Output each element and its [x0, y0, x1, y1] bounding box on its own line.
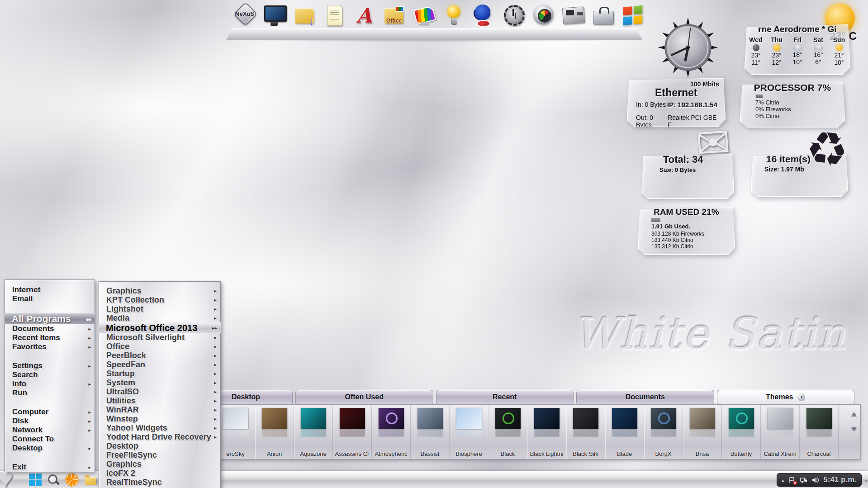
- menu-item-desktop[interactable]: Desktop▸: [5, 444, 95, 453]
- theme-item-biosphere[interactable]: Biosphere: [450, 405, 489, 459]
- theme-item-black[interactable]: Black: [489, 405, 527, 459]
- menu-item-email[interactable]: Email: [5, 294, 95, 303]
- menu-item-realtimesync[interactable]: RealTimeSync: [99, 478, 220, 487]
- theme-item-assassins-cr[interactable]: Assassins Cr: [333, 405, 372, 459]
- taskbar-edge-arrow-icon[interactable]: ◂: [864, 477, 867, 483]
- theme-item-bassist[interactable]: Bassist: [411, 405, 450, 459]
- menu-item-kpt-collection[interactable]: KPT Collection▸: [99, 295, 220, 304]
- menu-item-peerblock[interactable]: PeerBlock▸: [99, 351, 220, 360]
- wallpaper-title: White Satin: [561, 308, 859, 359]
- theme-thumbnail: [340, 408, 365, 429]
- theme-item-anion[interactable]: Anion: [255, 405, 294, 459]
- theme-item-black-lightni[interactable]: Black Lightni: [527, 405, 566, 459]
- menu-item-winrar[interactable]: WinRAR▸: [99, 405, 220, 414]
- menu-item-yahoo-widgets[interactable]: Yahoo! Widgets▸: [99, 423, 220, 432]
- color-swatches-icon[interactable]: [411, 3, 437, 28]
- theme-item-blade[interactable]: Blade: [605, 405, 644, 459]
- windows-taskbar-icon[interactable]: [29, 474, 42, 486]
- weather-widget[interactable]: 23° C rne Aerodrome * Gi Wed23°11°Thu23°…: [743, 3, 859, 71]
- clock-time[interactable]: 5:41 p.m.: [823, 475, 857, 484]
- speaker-icon[interactable]: [811, 476, 819, 484]
- menu-item-settings[interactable]: Settings▸: [5, 361, 95, 370]
- citrio-browser-icon[interactable]: [65, 473, 79, 487]
- sonic-icon[interactable]: [470, 3, 497, 28]
- downloads-folder-icon[interactable]: [291, 3, 318, 28]
- tab-recent[interactable]: Recent: [436, 390, 574, 404]
- analog-clock-widget[interactable]: [657, 16, 719, 79]
- menu-item-run[interactable]: Run: [5, 389, 95, 398]
- envelope-icon[interactable]: ✉: [694, 121, 732, 165]
- menu-item-all-programs[interactable]: All Programs▸▸: [5, 313, 95, 324]
- recycle-icon[interactable]: ♻: [804, 123, 851, 175]
- menu-item-info[interactable]: Info▸: [5, 379, 95, 389]
- hidden-icons-chevron-icon[interactable]: ▴: [782, 478, 784, 483]
- notes-document-icon[interactable]: [321, 3, 347, 28]
- weather-cloud-icon: [793, 45, 802, 51]
- menu-item-ultraiso[interactable]: UltraISO▸: [99, 387, 220, 396]
- tab-themes[interactable]: Themes▾: [717, 390, 855, 404]
- speedometer-orb-icon[interactable]: [530, 3, 556, 28]
- menu-item-computer[interactable]: Computer▸: [5, 407, 95, 417]
- theme-item-erosky[interactable]: eroSky: [216, 405, 255, 459]
- menu-item-graphics[interactable]: Graphics: [99, 460, 220, 469]
- theme-item-butterfly[interactable]: Butterfly: [722, 405, 761, 459]
- menu-item-yodot-hard-drive-recovery[interactable]: Yodot Hard Drive Recovery▸: [99, 432, 220, 441]
- menu-item-recent-items[interactable]: Recent Items▸: [5, 333, 95, 342]
- menu-item-favorites[interactable]: Favorites▸: [5, 342, 95, 351]
- toolbox-icon[interactable]: [590, 3, 616, 28]
- menu-item-system[interactable]: System▸: [99, 378, 220, 387]
- weather-day: Fri: [788, 36, 806, 43]
- submenu-arrow-icon: ▸: [214, 313, 217, 322]
- menu-item-icofx-2[interactable]: IcoFX 2: [99, 469, 220, 478]
- network-tray-icon[interactable]: [800, 476, 807, 484]
- menu-item-graphics[interactable]: Graphics▸: [99, 286, 220, 295]
- cpu-widget[interactable]: PROCESSOR 7% 7% Citrio0% Fireworks0% Cit…: [740, 79, 845, 124]
- menu-item-network[interactable]: Network▸: [5, 426, 95, 435]
- tab-often-used[interactable]: Often Used: [295, 390, 433, 404]
- ram-title: RAM USED 21%: [638, 207, 735, 217]
- scroll-up-icon[interactable]: [851, 412, 857, 415]
- menu-item-label: Yodot Hard Drive Recovery: [106, 432, 211, 441]
- action-center-flag-icon[interactable]: ✕: [788, 476, 796, 484]
- theme-item-brisa[interactable]: Brisa: [683, 405, 722, 459]
- menu-item-office[interactable]: Office▸: [99, 342, 220, 351]
- windows-icon[interactable]: [620, 3, 646, 28]
- search-icon[interactable]: [47, 474, 60, 486]
- menu-item-documents[interactable]: Documents▸: [5, 324, 95, 333]
- ram-widget[interactable]: RAM USED 21% 1.91 Gb Used. 303,128 Kb Fi…: [638, 204, 735, 251]
- theme-item-atmospheric[interactable]: Atmospheric: [372, 405, 411, 459]
- office-icon[interactable]: Office: [381, 3, 407, 28]
- scroll-down-icon[interactable]: [851, 428, 857, 431]
- theme-item-aquazone[interactable]: Aquazone: [294, 405, 333, 459]
- ideas-bulb-icon[interactable]: [441, 3, 467, 28]
- menu-item-desktop[interactable]: Desktop: [99, 441, 220, 450]
- menu-item-lightshot[interactable]: Lightshot▸: [99, 304, 220, 313]
- menu-item-microsoft-office-2013[interactable]: Microsoft Office 2013▸▸: [99, 322, 221, 333]
- submenu-arrow-icon: ▸: [88, 444, 91, 453]
- menu-item-startup[interactable]: Startup▸: [99, 369, 220, 378]
- theme-item-charcoal[interactable]: Charcoal: [800, 405, 839, 459]
- clock-gear-icon[interactable]: [500, 3, 526, 28]
- tab-documents[interactable]: Documents: [576, 390, 714, 404]
- menu-item-exit[interactable]: Exit▸: [5, 463, 95, 472]
- menu-item-microsoft-silverlight[interactable]: Microsoft Silverlight▸: [99, 333, 220, 342]
- menu-item-utilities[interactable]: Utilities▸: [99, 396, 220, 405]
- menu-item-media[interactable]: Media▸: [99, 313, 220, 322]
- menu-item-freefilesync[interactable]: FreeFileSync: [99, 450, 220, 460]
- menu-item-search[interactable]: Search: [5, 370, 95, 379]
- file-explorer-icon[interactable]: [84, 474, 97, 486]
- computer-icon[interactable]: [261, 3, 288, 28]
- printer-icon[interactable]: [560, 3, 586, 28]
- menu-item-disk[interactable]: Disk▸: [5, 417, 95, 426]
- theme-item-borgx[interactable]: BorgX: [644, 405, 683, 459]
- menu-item-speedfan[interactable]: SpeedFan▸: [99, 360, 220, 369]
- theme-item-cabal-xtrem[interactable]: Cabal Xtrem: [761, 405, 800, 459]
- theme-item-black-silk[interactable]: Black Silk: [566, 405, 605, 459]
- menu-item-winstep[interactable]: Winstep▸: [99, 414, 220, 423]
- nexus-icon[interactable]: NeXuS: [232, 3, 258, 28]
- menu-item-connect-to[interactable]: Connect To: [5, 435, 95, 444]
- network-widget[interactable]: 100 Mbits Ethernet In: 0 Bytes IP: 192.1…: [627, 78, 726, 127]
- adobe-reader-icon[interactable]: [351, 3, 377, 28]
- menu-item-internet[interactable]: Internet: [5, 285, 95, 294]
- weather-column: Sat16°6°: [809, 36, 827, 66]
